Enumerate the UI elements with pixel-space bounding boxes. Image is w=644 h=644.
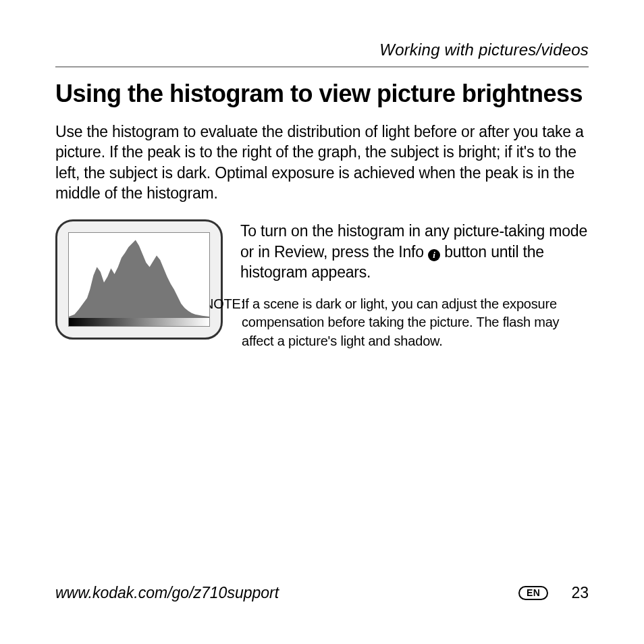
page-title: Using the histogram to view picture brig… — [55, 80, 589, 108]
gradient-bar — [69, 318, 209, 326]
intro-paragraph: Use the histogram to evaluate the distri… — [55, 122, 589, 203]
note-body: If a scene is dark or light, you can adj… — [242, 295, 589, 351]
instruction-text: To turn on the histogram in any picture-… — [240, 221, 589, 282]
footer: www.kodak.com/go/z710support EN 23 — [55, 584, 589, 602]
footer-right: EN 23 — [518, 584, 589, 602]
language-badge: EN — [518, 586, 548, 601]
section-header: Working with pictures/videos — [55, 41, 589, 59]
footer-url: www.kodak.com/go/z710support — [55, 584, 279, 602]
note-block: NOTE: If a scene is dark or light, you c… — [204, 295, 589, 351]
header-divider — [55, 66, 589, 68]
text-column: To turn on the histogram in any picture-… — [240, 219, 589, 350]
content-row: To turn on the histogram in any picture-… — [55, 219, 589, 350]
page-number: 23 — [571, 584, 589, 602]
histogram-graph-icon — [69, 233, 209, 318]
info-icon: i — [428, 249, 440, 261]
histogram-figure — [55, 219, 223, 340]
histogram-inner — [68, 232, 210, 327]
